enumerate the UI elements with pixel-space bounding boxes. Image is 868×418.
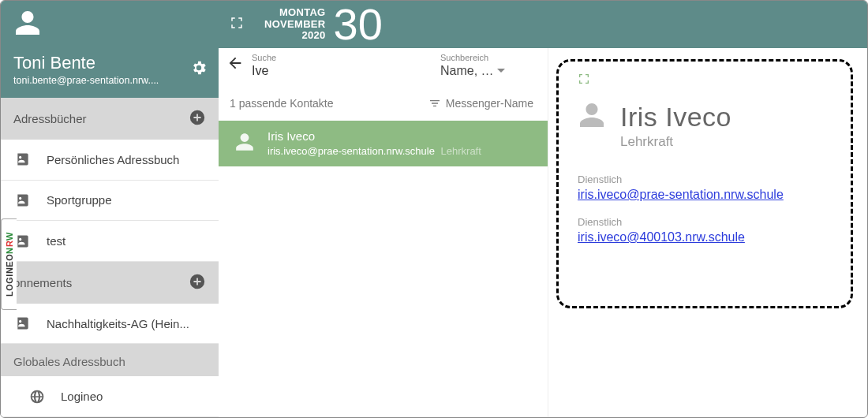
- scope-select[interactable]: Name, …: [440, 64, 535, 78]
- date-block: MONTAG NOVEMBER 2020 30: [264, 2, 383, 47]
- fullscreen-icon[interactable]: [230, 16, 244, 33]
- detail-role: Lehrkraft: [620, 134, 832, 150]
- detail-email-link[interactable]: iris.iveco@prae-sentation.nrw.schule: [578, 188, 784, 201]
- contact-row[interactable]: Iris Iveco iris.iveco@prae-sentation.nrw…: [219, 121, 548, 166]
- subscription-item[interactable]: Nachhaltigkeits-AG (Hein...: [1, 304, 219, 345]
- user-avatar-icon: [13, 9, 206, 40]
- addressbook-icon: [13, 150, 32, 169]
- detail-card: Iris Iveco Lehrkraft Dienstlich iris.ive…: [556, 59, 853, 308]
- contact-avatar-icon: [234, 132, 255, 155]
- detail-fullscreen-icon[interactable]: [578, 73, 590, 88]
- sort-label: Messenger-Name: [446, 97, 533, 110]
- global-item-label: Logineo: [61, 390, 103, 403]
- detail-name: Iris Iveco: [620, 102, 731, 132]
- sort-button[interactable]: Messenger-Name: [428, 97, 533, 110]
- addressbook-item[interactable]: test: [1, 221, 219, 262]
- search-label: Suche: [252, 53, 432, 62]
- chevron-down-icon: [497, 64, 505, 78]
- result-count: 1 passende Kontakte: [230, 97, 334, 110]
- detail-avatar-icon: [578, 101, 606, 132]
- add-addressbook-icon[interactable]: [189, 109, 206, 129]
- sidebar: Toni Bente toni.bente@prae-sentation.nrw…: [1, 1, 219, 417]
- addressbook-item[interactable]: Persönliches Adressbuch: [1, 140, 219, 181]
- detail-column: Iris Iveco Lehrkraft Dienstlich iris.ive…: [548, 48, 867, 417]
- contact-name: Iris Iveco: [268, 129, 481, 144]
- day-number: 30: [334, 2, 383, 47]
- addressbook-label: Persönliches Adressbuch: [47, 153, 179, 166]
- section-subscriptions: onnements: [1, 262, 219, 304]
- logineo-side-tab[interactable]: LOGINEONRW: [1, 218, 17, 310]
- topbar: MONTAG NOVEMBER 2020 30: [219, 1, 867, 48]
- search-bar: Suche Suchbereich Name, …: [219, 48, 548, 84]
- year: 2020: [264, 30, 326, 42]
- search-column: Suche Suchbereich Name, … 1 passende Kon…: [219, 48, 548, 417]
- contact-role: Lehrkraft: [441, 145, 481, 157]
- section-addressbooks: Adressbücher: [1, 98, 219, 140]
- addressbook-label: Sportgruppe: [47, 193, 112, 207]
- search-input[interactable]: [252, 64, 432, 78]
- addressbook-icon: [13, 314, 32, 333]
- settings-gear-icon[interactable]: [190, 59, 208, 80]
- scope-label: Suchbereich: [440, 53, 535, 62]
- addressbook-label: test: [47, 234, 65, 248]
- add-subscription-icon[interactable]: [189, 273, 206, 293]
- user-name: Toni Bente: [13, 53, 206, 73]
- weekday: MONTAG: [264, 7, 326, 19]
- subscription-label: Nachhaltigkeits-AG (Hein...: [47, 317, 189, 330]
- addressbook-icon: [13, 191, 32, 210]
- detail-email-link[interactable]: iris.iveco@400103.nrw.schule: [578, 230, 745, 244]
- section-subscriptions-label: onnements: [13, 276, 72, 289]
- user-email: toni.bente@prae-sentation.nrw....: [13, 75, 206, 86]
- addressbook-item[interactable]: Sportgruppe: [1, 181, 219, 222]
- user-block: Toni Bente toni.bente@prae-sentation.nrw…: [1, 1, 219, 98]
- section-global-label: Globales Adressbuch: [1, 344, 219, 376]
- section-addressbooks-label: Adressbücher: [13, 112, 87, 125]
- detail-entry-label: Dienstlich: [578, 216, 832, 228]
- main-area: MONTAG NOVEMBER 2020 30 Suche: [219, 1, 867, 417]
- global-item[interactable]: Logineo: [1, 376, 219, 417]
- globe-icon: [28, 387, 47, 406]
- month: NOVEMBER: [264, 19, 326, 31]
- back-arrow-icon[interactable]: [226, 54, 244, 75]
- contact-email: iris.iveco@prae-sentation.nrw.schule: [268, 145, 435, 157]
- detail-entry-label: Dienstlich: [578, 174, 832, 185]
